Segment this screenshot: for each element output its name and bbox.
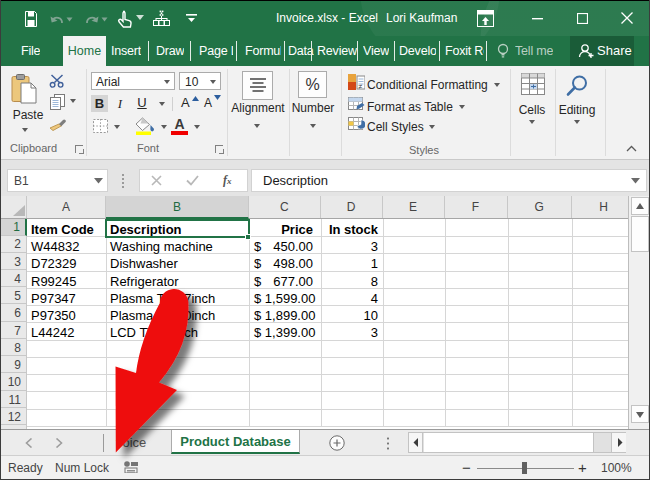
svg-text:≠: ≠ bbox=[359, 83, 363, 90]
